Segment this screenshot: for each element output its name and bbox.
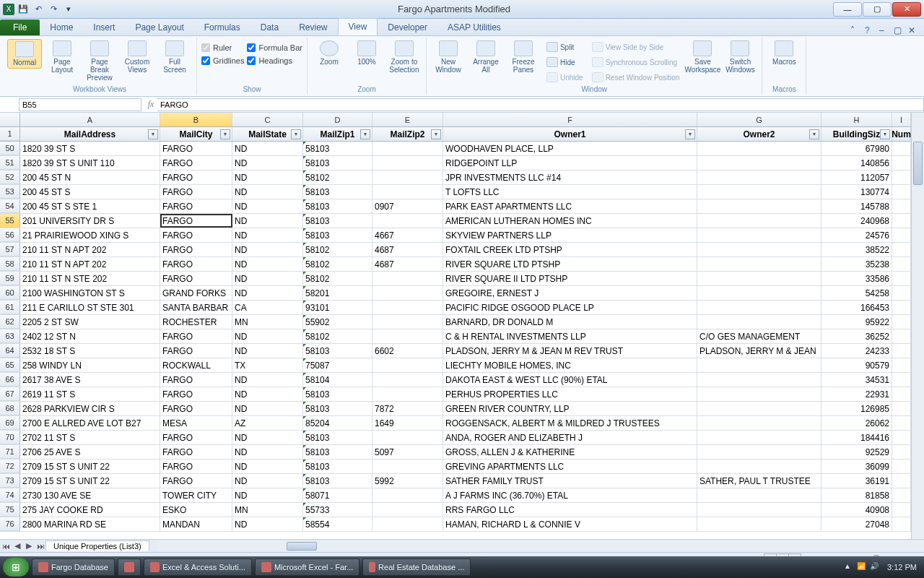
row-header[interactable]: 55 (0, 214, 20, 228)
cell[interactable]: 4667 (372, 228, 443, 242)
cell[interactable] (892, 301, 911, 314)
sheet-tab[interactable]: Unique Properties (List3) (45, 540, 149, 551)
cell[interactable]: ANDA, ROGER AND ELIZABETH J (443, 431, 697, 444)
cell[interactable]: MN (232, 503, 303, 517)
cell[interactable]: ND (232, 387, 303, 401)
cell[interactable]: ND (232, 474, 303, 488)
row-header[interactable]: 1 (0, 127, 20, 141)
cell[interactable]: C & H RENTAL INVESTMENTS LLP (443, 329, 697, 343)
qat-more-icon[interactable]: ▾ (62, 3, 75, 16)
network-icon[interactable]: 📶 (857, 562, 867, 572)
cell[interactable]: 2700 E ALLRED AVE LOT B27 (20, 416, 160, 430)
cell[interactable] (697, 185, 821, 199)
sheet-nav-next-icon[interactable]: ▶ (23, 540, 35, 552)
cell[interactable]: 130774 (821, 185, 892, 199)
cell[interactable]: 58103 (303, 344, 372, 358)
cell[interactable] (697, 156, 821, 170)
cell[interactable]: A J FARMS INC (36.70%) ETAL (443, 488, 697, 502)
select-all-corner[interactable] (0, 113, 20, 126)
sheet-nav-last-icon[interactable]: ⏭ (35, 540, 46, 552)
save-workspace-button[interactable]: Save Workspace (685, 39, 720, 75)
row-header[interactable]: 52 (0, 171, 20, 184)
cell[interactable]: ND (232, 517, 303, 531)
cell[interactable]: 201 UNIVERSITY DR S (20, 214, 160, 228)
cell[interactable]: ND (232, 171, 303, 184)
cell[interactable]: 58103 (303, 387, 372, 401)
cell[interactable]: 6602 (372, 344, 443, 358)
cell[interactable]: 200 45 ST S (20, 185, 160, 199)
close-button[interactable]: ✕ (892, 2, 921, 17)
cell[interactable] (697, 503, 821, 517)
row-header[interactable]: 57 (0, 243, 20, 256)
cell[interactable] (892, 257, 911, 271)
cell[interactable]: 58103 (303, 445, 372, 459)
tab-page-layout[interactable]: Page Layout (125, 20, 193, 35)
zoom-100-button[interactable]: 100% (349, 39, 384, 67)
system-tray[interactable]: ▲ 📶 🔊 3:12 PM (844, 562, 921, 572)
cell[interactable]: FARGO (160, 214, 232, 228)
start-button[interactable]: ⊞ (3, 558, 29, 577)
cell[interactable]: ESKO (160, 503, 232, 517)
formula-bar-checkbox[interactable]: Formula Bar (247, 43, 302, 52)
cell[interactable]: 145788 (821, 199, 892, 213)
ruler-checkbox[interactable]: Ruler (201, 43, 244, 52)
cell[interactable]: 2709 15 ST S UNIT 22 (20, 474, 160, 488)
cell[interactable] (697, 445, 821, 459)
minimize-button[interactable]: — (833, 2, 862, 17)
cell[interactable]: ND (232, 257, 303, 271)
cell[interactable] (372, 185, 443, 199)
cell[interactable]: 1649 (372, 416, 443, 430)
cell[interactable]: RIDGEPOINT LLP (443, 156, 697, 170)
cell[interactable]: MESA (160, 416, 232, 430)
cell[interactable]: SATHER, PAUL T TRUSTEE (697, 474, 821, 488)
filter-header-mailaddress[interactable]: MailAddress▼ (20, 127, 160, 141)
cell[interactable]: 58554 (303, 517, 372, 531)
cell[interactable]: 38522 (821, 243, 892, 256)
cell[interactable]: 0907 (372, 199, 443, 213)
cell[interactable] (892, 387, 911, 401)
cell[interactable]: 34531 (821, 373, 892, 387)
cell[interactable] (892, 171, 911, 184)
cell[interactable]: 140856 (821, 156, 892, 170)
maximize-button[interactable]: ▢ (863, 2, 892, 17)
cell[interactable]: ND (232, 243, 303, 256)
cell[interactable]: 58103 (303, 402, 372, 415)
tab-data[interactable]: Data (250, 20, 289, 35)
cell[interactable]: 58102 (303, 243, 372, 256)
cell[interactable]: ND (232, 156, 303, 170)
cell[interactable] (892, 243, 911, 256)
cell[interactable] (892, 199, 911, 213)
tab-insert[interactable]: Insert (83, 20, 125, 35)
cell[interactable]: FARGO (160, 185, 232, 199)
cell[interactable] (892, 517, 911, 531)
cell[interactable]: 24576 (821, 228, 892, 242)
cell[interactable]: 2619 11 ST S (20, 387, 160, 401)
cell[interactable]: TOWER CITY (160, 488, 232, 502)
cell[interactable]: PACIFIC RIDGE OSGOOD PLACE LP (443, 301, 697, 314)
cell[interactable]: RIVER SQUARE II LTD PTSHP (443, 272, 697, 285)
row-header[interactable]: 70 (0, 431, 20, 444)
cell[interactable] (697, 199, 821, 213)
row-header[interactable]: 60 (0, 286, 20, 300)
filter-dropdown-icon[interactable]: ▼ (880, 129, 890, 139)
cell[interactable] (697, 373, 821, 387)
cell[interactable]: 2628 PARKVIEW CIR S (20, 402, 160, 415)
switch-windows-button[interactable]: Switch Windows (723, 39, 757, 75)
cell[interactable]: ND (232, 402, 303, 415)
cell[interactable]: FARGO (160, 329, 232, 343)
row-header[interactable]: 68 (0, 402, 20, 415)
row-header[interactable]: 61 (0, 301, 20, 314)
cell[interactable]: 67980 (821, 142, 892, 155)
cell[interactable]: PLADSON, JERRY M & JEAN M REV TRUST (443, 344, 697, 358)
row-header[interactable]: 72 (0, 460, 20, 473)
cell[interactable]: 58103 (303, 142, 372, 155)
cell[interactable] (372, 171, 443, 184)
cell[interactable] (892, 431, 911, 444)
cell[interactable]: 2532 18 ST S (20, 344, 160, 358)
cell[interactable]: 90579 (821, 358, 892, 372)
cell[interactable]: ND (232, 228, 303, 242)
cell[interactable]: 58103 (303, 185, 372, 199)
filter-dropdown-icon[interactable]: ▼ (360, 129, 370, 139)
row-header[interactable]: 67 (0, 387, 20, 401)
cell[interactable]: GREEN RIVER COUNTRY, LLP (443, 402, 697, 415)
